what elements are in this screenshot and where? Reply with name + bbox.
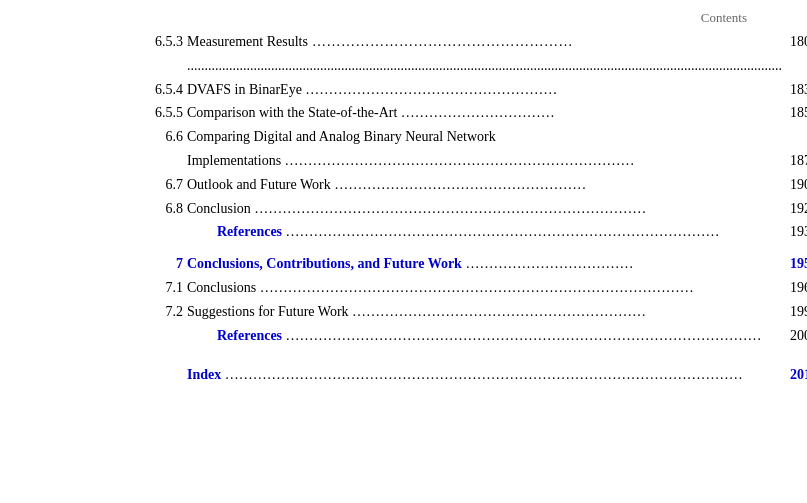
index-title: Index …………………………………………………………………………………………… <box>187 363 786 387</box>
section-title: Comparing Digital and Analog Binary Neur… <box>187 125 786 173</box>
page-number: 196 <box>786 276 807 300</box>
toc-entry-6.8: 6.8 Conclusion …………………………………………………………………… <box>60 197 807 221</box>
section-number: 7.1 <box>60 276 187 300</box>
header-contents: Contents <box>60 10 747 26</box>
spacer <box>60 244 807 252</box>
toc-entry-6.6: 6.6 Comparing Digital and Analog Binary … <box>60 125 807 173</box>
section-number: 6.5.5 <box>60 101 187 125</box>
section-number: 6.5.4 <box>60 78 187 102</box>
page-number: 190 <box>786 173 807 197</box>
section-title: References ……………………………………………………………………………… <box>187 220 786 244</box>
toc-table: 6.5.3 Measurement Results ……………………………………… <box>60 30 807 387</box>
section-number <box>60 220 187 244</box>
page-number: 185 <box>786 101 807 125</box>
page-number: 200 <box>786 324 807 348</box>
section-title: References ……………………………………………………………………………… <box>187 324 786 348</box>
page-number: 192 <box>786 197 807 221</box>
toc-entry-7.2: 7.2 Suggestions for Future Work ……………………… <box>60 300 807 324</box>
page-number: 180 <box>786 30 807 78</box>
chapter-number: 7 <box>60 252 187 276</box>
toc-entry-7.1: 7.1 Conclusions ………………………………………………………………… <box>60 276 807 300</box>
toc-entry-ch7: 7 Conclusions, Contributions, and Future… <box>60 252 807 276</box>
page-number: 193 <box>786 220 807 244</box>
toc-entry-6.5.3: 6.5.3 Measurement Results ……………………………………… <box>60 30 807 78</box>
section-title: Comparison with the State-of-the-Art ………… <box>187 101 786 125</box>
toc-entry-6.7: 6.7 Outlook and Future Work ………………………………… <box>60 173 807 197</box>
section-number: 6.7 <box>60 173 187 197</box>
section-number: 6.8 <box>60 197 187 221</box>
page-number: 195 <box>786 252 807 276</box>
section-number: 6.5.3 <box>60 30 187 78</box>
page-number: 201 <box>786 363 807 387</box>
section-title: Measurement Results ……………………………………………… <box>187 30 786 78</box>
section-title: DVAFS in BinarEye ……………………………………………… <box>187 78 786 102</box>
page-number: 183 <box>786 78 807 102</box>
section-number <box>60 363 187 387</box>
toc-entry-ref7: References ……………………………………………………………………………… <box>60 324 807 348</box>
page-number: 187 <box>786 125 807 173</box>
toc-entry-index: Index …………………………………………………………………………………………… <box>60 363 807 387</box>
toc-entry-6.5.5: 6.5.5 Comparison with the State-of-the-A… <box>60 101 807 125</box>
section-number: 7.2 <box>60 300 187 324</box>
page-header: Contents <box>60 10 747 26</box>
page-number: 199 <box>786 300 807 324</box>
spacer2 <box>60 347 807 363</box>
section-title: Suggestions for Future Work ………………………………… <box>187 300 786 324</box>
section-title: Conclusions …………………………………………………………………………… <box>187 276 786 300</box>
toc-entry-6.5.4: 6.5.4 DVAFS in BinarEye …………………………………………… <box>60 78 807 102</box>
section-title: Conclusion ………………………………………………………………………… <box>187 197 786 221</box>
chapter-title: Conclusions, Contributions, and Future W… <box>187 252 786 276</box>
section-number: 6.6 <box>60 125 187 173</box>
section-title: Outlook and Future Work …………………………………………… <box>187 173 786 197</box>
section-number <box>60 324 187 348</box>
toc-entry-ref6: References ……………………………………………………………………………… <box>60 220 807 244</box>
